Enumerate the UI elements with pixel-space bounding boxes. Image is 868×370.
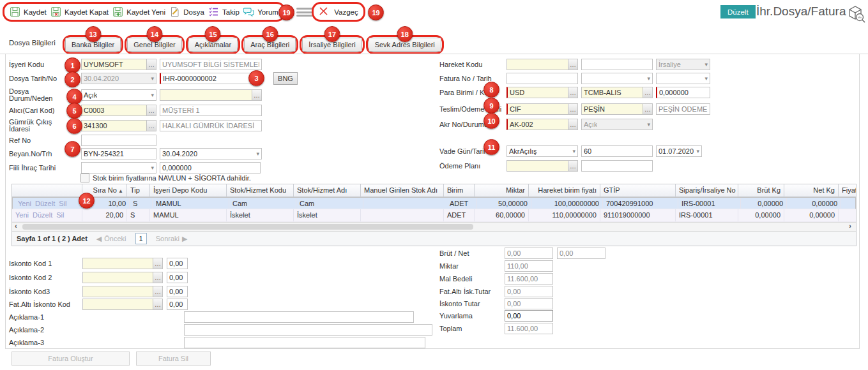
fat-alti-iskonto-value[interactable] bbox=[167, 299, 188, 310]
grid-header-i-şyeri-depo-kodu[interactable]: İşyeri Depo Kodu bbox=[150, 184, 227, 196]
row-action-yeni[interactable]: Yeni bbox=[15, 211, 29, 219]
isyeri-kodu-lookup-button[interactable]: … bbox=[146, 59, 156, 70]
yuvarlama-input[interactable] bbox=[505, 310, 553, 322]
grid-row[interactable]: YeniDüzeltSil10,00SMAMULCamCamADET50,000… bbox=[12, 197, 856, 209]
grid-header-birim[interactable]: Birim bbox=[444, 184, 475, 196]
grid-cell: ADET bbox=[446, 198, 477, 209]
iskonto-kod2-value[interactable] bbox=[167, 272, 188, 283]
bng-button[interactable]: BNG bbox=[273, 72, 298, 85]
fat-alti-iskonto-lookup-button[interactable]: … bbox=[153, 299, 163, 310]
pager-prev-button[interactable]: ◀ Önceki bbox=[96, 235, 126, 243]
iskonto-kod1-value[interactable] bbox=[167, 258, 188, 269]
grid-header-manuel-girilen-stok-adı[interactable]: Manuel Girilen Stok Adı bbox=[361, 184, 444, 196]
toolbar-button-kaydet-kapat[interactable]: Kaydet Kapat bbox=[50, 6, 109, 17]
menu-hamburger-icon[interactable] bbox=[296, 8, 313, 17]
toolbar-button-kaydet[interactable]: Kaydet bbox=[10, 6, 47, 17]
toolbar-button-yorum[interactable]: Yorum bbox=[243, 6, 278, 17]
aciklama2-input[interactable] bbox=[184, 324, 432, 336]
vade-gun-input[interactable] bbox=[581, 145, 653, 157]
grid-header-brüt-kg[interactable]: Brüt Kg bbox=[738, 184, 784, 196]
scroll-right-icon[interactable]: › bbox=[849, 222, 851, 230]
grid-header-stok-hizmet-kodu[interactable]: Stok/Hizmet Kodu bbox=[227, 184, 294, 196]
grid-header-miktar[interactable]: Miktar bbox=[475, 184, 529, 196]
iskonto-kod2-input[interactable] bbox=[82, 272, 153, 283]
odeme-plani-adi-input[interactable] bbox=[581, 160, 653, 172]
row-action-yeni[interactable]: Yeni bbox=[18, 200, 31, 207]
akr-no-input[interactable] bbox=[506, 119, 568, 130]
grid-horizontal-scrollbar[interactable]: ‹ › bbox=[12, 222, 856, 231]
kur-tipi-input[interactable] bbox=[581, 87, 643, 98]
gumruk-kodu-input[interactable] bbox=[81, 120, 146, 131]
iskonto-kod3-input[interactable] bbox=[82, 286, 153, 297]
toolbar-button-kaydet-yeni[interactable]: Kaydet Yeni bbox=[112, 6, 165, 17]
dosya-no-input[interactable] bbox=[160, 73, 262, 84]
cancel-button[interactable]: Vazgeç bbox=[312, 2, 365, 22]
scroll-left-icon[interactable]: ‹ bbox=[15, 222, 17, 230]
fat-alti-iskonto-input[interactable] bbox=[82, 299, 153, 310]
row-action-sil[interactable]: Sil bbox=[59, 200, 66, 207]
dosya-durum-select[interactable]: Açık ▾ bbox=[81, 89, 156, 101]
teslim-sekli-input[interactable] bbox=[506, 103, 568, 115]
toolbar-button-takip[interactable]: Takip bbox=[208, 6, 240, 17]
hareket-kodu-input[interactable] bbox=[506, 59, 568, 70]
iskonto-kod3-value[interactable] bbox=[167, 286, 188, 297]
teslim-sekli-lookup-button[interactable]: … bbox=[568, 103, 578, 115]
row-action-düzelt[interactable]: Düzelt bbox=[33, 211, 52, 219]
navlun-checkbox[interactable] bbox=[80, 174, 89, 182]
grid-header-hareket-birim-fiyatı[interactable]: Hareket birim fiyatı bbox=[529, 184, 600, 196]
dosya-neden-lookup-button[interactable]: … bbox=[252, 89, 262, 101]
dosya-neden-input[interactable] bbox=[160, 89, 252, 101]
para-birimi-input[interactable] bbox=[506, 87, 568, 98]
odeme-sekli-input[interactable] bbox=[581, 103, 643, 115]
grid-header-actions[interactable] bbox=[12, 184, 82, 196]
dosya-tarihi-select[interactable]: 30.04.2020 ▾ bbox=[81, 73, 156, 84]
pager-next-button[interactable]: Sonraki ▶ bbox=[156, 235, 188, 243]
gumruk-lookup-button[interactable]: … bbox=[146, 120, 156, 131]
para-birimi-lookup-button[interactable]: … bbox=[568, 87, 578, 98]
toolbar-button-dosya[interactable]: Dosya bbox=[169, 6, 204, 17]
row-action-düzelt[interactable]: Düzelt bbox=[35, 200, 55, 207]
hareket-adi-input[interactable] bbox=[581, 59, 653, 70]
aciklama1-input[interactable] bbox=[184, 311, 414, 323]
odeme-plani-input[interactable] bbox=[506, 160, 568, 172]
grid-header-gti-p[interactable]: GTİP bbox=[600, 184, 676, 196]
fatura-no-tarih-label: Fatura No / Tarih bbox=[439, 75, 503, 82]
isyeri-kodu-input[interactable] bbox=[81, 59, 146, 70]
vade-tipi-select[interactable]: AkrAçılış ▾ bbox=[506, 145, 578, 157]
odeme-sekli-lookup-button[interactable]: … bbox=[643, 103, 653, 115]
fatura-sil-button[interactable]: Fatura Sil bbox=[136, 352, 211, 366]
kur-tipi-lookup-button[interactable]: … bbox=[643, 87, 653, 98]
iskonto-kod1-input[interactable] bbox=[82, 258, 153, 269]
pager-current-page[interactable]: 1 bbox=[135, 233, 147, 244]
kur-input[interactable] bbox=[656, 87, 710, 98]
cube-search-icon[interactable] bbox=[844, 4, 866, 24]
akr-no-lookup-button[interactable]: … bbox=[568, 119, 578, 130]
akr-durumu-select[interactable]: Açık ▾ bbox=[581, 119, 653, 130]
fatura-tarihi2-select[interactable]: ▾ bbox=[656, 73, 710, 84]
beyan-no-input[interactable] bbox=[81, 148, 156, 159]
fatura-no-input[interactable] bbox=[506, 73, 578, 84]
fatura-olustur-button[interactable]: Fatura Oluştur bbox=[11, 352, 130, 366]
hareket-tipi-select[interactable]: İrsaliye ▾ bbox=[656, 59, 710, 70]
grid-row[interactable]: YeniDüzeltSil20,00SMAMULİskeletİskeletAD… bbox=[12, 209, 856, 222]
iskonto-kod3-lookup-button[interactable]: … bbox=[153, 286, 163, 297]
fatura-tarihi-select[interactable]: ▾ bbox=[581, 73, 653, 84]
ref-no-input[interactable] bbox=[81, 135, 156, 146]
beyan-tarihi-select[interactable]: 30.04.2020 ▾ bbox=[160, 148, 262, 159]
grid-header-tip[interactable]: Tip bbox=[127, 184, 150, 196]
tab-dosya-bilgileri-active[interactable]: Dosya Bilgileri bbox=[9, 39, 56, 47]
hareket-kodu-lookup-button[interactable]: … bbox=[568, 59, 578, 70]
row-action-sil[interactable]: Sil bbox=[56, 211, 64, 219]
grid-header-stok-hizmet-adı[interactable]: Stok/Hizmet Adı bbox=[294, 184, 361, 196]
alici-lookup-button[interactable]: … bbox=[146, 105, 156, 116]
odeme-plani-lookup-button[interactable]: … bbox=[568, 160, 578, 172]
vade-tarihi-select[interactable]: 01.07.2020 ▾ bbox=[656, 145, 702, 157]
grid-header-sipariş-i-rsaliye-no[interactable]: Sipariş/İrsaliye No bbox=[676, 184, 738, 196]
scrollbar-thumb[interactable] bbox=[22, 224, 473, 230]
grid-header-fiyat[interactable]: Fiyat bbox=[839, 184, 856, 196]
aciklama3-input[interactable] bbox=[184, 337, 425, 348]
iskonto-kod2-lookup-button[interactable]: … bbox=[153, 272, 163, 283]
iskonto-kod1-lookup-button[interactable]: … bbox=[153, 258, 163, 269]
grid-header-net-kg[interactable]: Net Kg bbox=[784, 184, 839, 196]
alici-kodu-input[interactable] bbox=[81, 105, 146, 116]
